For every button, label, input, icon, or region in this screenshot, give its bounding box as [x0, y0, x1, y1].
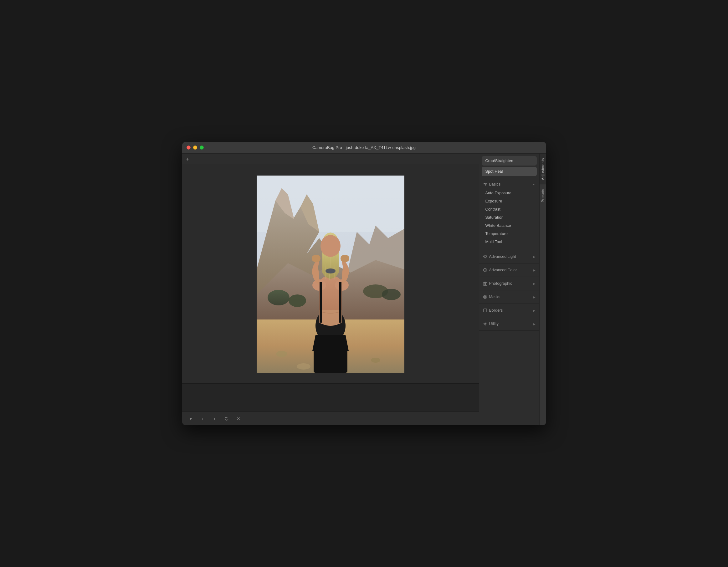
svg-rect-44 [484, 309, 487, 312]
advanced-light-label: Advanced Light [489, 254, 531, 259]
svg-point-13 [371, 358, 380, 363]
svg-point-22 [326, 268, 336, 273]
borders-arrow: ▶ [533, 309, 536, 312]
basics-arrow: ▼ [532, 183, 536, 186]
advanced-color-section-header[interactable]: Advanced Color ▶ [479, 265, 539, 275]
basics-icon [483, 182, 487, 186]
temperature-item[interactable]: Temperature [479, 230, 539, 238]
svg-rect-39 [483, 283, 487, 285]
auto-exposure-item[interactable]: Auto Exposure [479, 189, 539, 197]
maximize-traffic-light[interactable] [200, 146, 204, 150]
canvas-toolbar: + [182, 154, 479, 165]
masks-label: Masks [489, 295, 531, 299]
utility-arrow: ▶ [533, 322, 536, 326]
multi-tool-item[interactable]: Multi Tool [479, 238, 539, 246]
photographic-arrow: ▶ [533, 282, 536, 285]
panel-toggle-button[interactable]: ▼ [187, 415, 195, 422]
photographic-section-header[interactable]: Photographic ▶ [479, 278, 539, 289]
basics-section: Basics ▼ Auto Exposure Exposure Contrast… [479, 179, 539, 248]
svg-point-27 [485, 184, 486, 186]
minimize-traffic-light[interactable] [193, 146, 197, 150]
white-balance-item[interactable]: White Balance [479, 222, 539, 230]
adjustments-tab[interactable]: Adjustments [540, 154, 546, 184]
divider-7 [479, 330, 539, 331]
basics-section-header[interactable]: Basics ▼ [479, 179, 539, 188]
photo-canvas [257, 176, 404, 373]
saturation-item[interactable]: Saturation [479, 213, 539, 222]
svg-point-40 [484, 283, 486, 285]
svg-point-23 [320, 235, 341, 257]
bottom-toolbar: ▼ ‹ › ✕ [182, 411, 479, 425]
svg-point-8 [289, 294, 306, 307]
advanced-color-icon [483, 268, 487, 272]
svg-line-34 [486, 258, 486, 258]
svg-point-20 [312, 255, 320, 262]
advanced-color-label: Advanced Color [489, 268, 531, 272]
back-button[interactable]: ‹ [199, 415, 207, 422]
masks-arrow: ▶ [533, 295, 536, 299]
masks-icon [483, 295, 487, 299]
close-traffic-light[interactable] [187, 146, 191, 150]
main-area: + [182, 154, 546, 425]
traffic-lights [187, 146, 204, 150]
svg-point-38 [484, 269, 486, 271]
window-title: CameraBag Pro - josh-duke-la_AX_T41Lw-un… [312, 145, 416, 150]
add-button[interactable]: + [186, 156, 189, 162]
panel-main: ▶ Crop/Straighten Spot Heal [479, 154, 539, 425]
advanced-light-icon [483, 254, 487, 259]
reset-icon [224, 416, 229, 421]
advanced-light-section-header[interactable]: Advanced Light ▶ [479, 251, 539, 262]
photo-container [257, 176, 404, 373]
photographic-label: Photographic [489, 281, 531, 286]
photographic-icon [483, 281, 487, 286]
divider-5 [479, 304, 539, 304]
masks-section-header[interactable]: Masks ▶ [479, 292, 539, 302]
canvas-content [182, 165, 479, 383]
svg-marker-16 [312, 335, 349, 351]
reset-button[interactable] [223, 415, 230, 422]
svg-point-25 [484, 183, 485, 184]
crop-straighten-button[interactable]: Crop/Straighten [482, 156, 537, 166]
svg-line-35 [486, 255, 486, 256]
svg-rect-17 [314, 349, 347, 373]
svg-line-36 [484, 258, 484, 258]
utility-icon [483, 322, 487, 326]
advanced-color-arrow: ▶ [533, 268, 536, 272]
basics-label: Basics [489, 182, 531, 186]
side-tabs: Adjustments Presets [539, 154, 546, 425]
divider-4 [479, 290, 539, 290]
exposure-item[interactable]: Exposure [479, 197, 539, 205]
titlebar: CameraBag Pro - josh-duke-la_AX_T41Lw-un… [182, 142, 546, 154]
svg-point-14 [297, 363, 310, 370]
borders-icon [483, 308, 487, 313]
contrast-item[interactable]: Contrast [479, 205, 539, 213]
spot-heal-button[interactable]: Spot Heal [482, 167, 537, 176]
borders-section-header[interactable]: Borders ▶ [479, 305, 539, 316]
utility-section-header[interactable]: Utility ▶ [479, 319, 539, 329]
right-panel: ▶ Crop/Straighten Spot Heal [479, 154, 546, 425]
svg-point-28 [484, 256, 486, 258]
divider-3 [479, 277, 539, 277]
borders-label: Borders [489, 308, 531, 313]
basics-menu-items: Auto Exposure Exposure Contrast Saturati… [479, 188, 539, 248]
app-window: CameraBag Pro - josh-duke-la_AX_T41Lw-un… [182, 142, 546, 425]
advanced-light-arrow: ▶ [533, 255, 536, 258]
divider-1 [479, 250, 539, 250]
presets-tab[interactable]: Presets [540, 184, 546, 207]
svg-point-45 [484, 323, 486, 324]
divider-6 [479, 317, 539, 317]
tool-buttons-section: Crop/Straighten Spot Heal [479, 154, 539, 179]
close-edit-button[interactable]: ✕ [235, 415, 242, 422]
svg-line-33 [484, 255, 484, 256]
filmstrip [182, 383, 479, 411]
svg-point-10 [382, 289, 401, 300]
divider-2 [479, 263, 539, 263]
canvas-area: + [182, 154, 479, 425]
utility-label: Utility [489, 322, 531, 326]
svg-point-21 [341, 255, 349, 262]
forward-button[interactable]: › [211, 415, 218, 422]
svg-point-7 [268, 290, 290, 305]
svg-point-12 [276, 351, 287, 357]
